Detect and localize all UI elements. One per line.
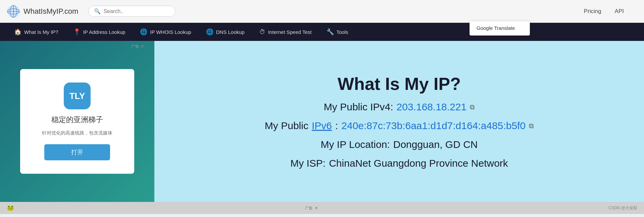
dns-globe-icon: 🌐 — [206, 28, 213, 36]
home-icon: 🏠 — [14, 28, 21, 36]
nav-ip-address-lookup[interactable]: 📍 IP Address Lookup — [66, 23, 133, 41]
ad-panel: 广告 ✕ TLY 稳定的亚洲梯子 针对优化的高速线路，包含流媒体 打开 — [0, 41, 154, 202]
isp-label: My ISP: — [290, 158, 326, 169]
ip-panel-title: What Is My IP? — [338, 74, 461, 94]
ipv4-row: My Public IPv4: 203.168.18.221 ⧉ — [324, 101, 475, 113]
nav-ip-whois-lookup-label: IP WHOIS Lookup — [150, 29, 191, 35]
ipv6-link-label[interactable]: IPv6 — [312, 120, 332, 131]
ipv6-value[interactable]: 240e:87c:73b:6aa1:d1d7:d164:a485:b5f0 — [341, 120, 526, 131]
ad-open-button[interactable]: 打开 — [44, 144, 110, 160]
main-content: 广告 ✕ TLY 稳定的亚洲梯子 针对优化的高速线路，包含流媒体 打开 What… — [0, 41, 644, 202]
tly-logo-text: TLY — [69, 91, 85, 101]
ad-badge-text: 广告 — [132, 44, 139, 49]
ipv6-row: My Public IPv6 : 240e:87c:73b:6aa1:d1d7:… — [265, 120, 534, 131]
isp-value: ChinaNet Guangdong Province Network — [329, 158, 508, 169]
secondary-nav: 🏠 What Is My IP? 📍 IP Address Lookup 🌐 I… — [0, 23, 644, 41]
ad-title: 稳定的亚洲梯子 — [51, 115, 103, 125]
ipv6-copy-icon[interactable]: ⧉ — [529, 122, 534, 130]
nav-ip-address-lookup-label: IP Address Lookup — [83, 29, 126, 35]
nav-tools[interactable]: 🔧 Tools — [319, 23, 356, 41]
tly-logo: TLY — [64, 83, 91, 109]
nav-dns-lookup-label: DNS Lookup — [216, 29, 245, 35]
ipv4-copy-icon[interactable]: ⧉ — [470, 103, 475, 111]
ad-badge: 广告 ✕ — [132, 44, 144, 49]
ipv6-label: My Public — [265, 120, 308, 131]
tools-icon: 🔧 — [327, 28, 334, 36]
bottom-frog-icon: 🐸 — [7, 204, 14, 212]
search-input[interactable] — [103, 8, 170, 14]
speedometer-icon: ⏱ — [259, 29, 265, 36]
isp-row: My ISP: ChinaNet Guangdong Province Netw… — [290, 158, 508, 169]
logo-area[interactable]: WhatIsMyIP.com — [7, 5, 78, 18]
bottom-ad-badge: 广告 ✕ — [305, 206, 318, 211]
ad-card: TLY 稳定的亚洲梯子 针对优化的高速线路，包含流媒体 打开 — [20, 69, 134, 174]
nav-what-is-my-ip-label: What Is My IP? — [24, 29, 58, 35]
ipv4-value[interactable]: 203.168.18.221 — [397, 101, 467, 113]
nav-tools-label: Tools — [337, 29, 348, 35]
nav-api[interactable]: API — [615, 8, 624, 15]
translate-label[interactable]: Google Translate — [477, 25, 515, 31]
nav-pricing[interactable]: Pricing — [584, 8, 601, 15]
ad-subtitle: 针对优化的高速线路，包含流媒体 — [42, 130, 112, 136]
nav-ip-whois-lookup[interactable]: 🌐 IP WHOIS Lookup — [133, 23, 198, 41]
location-label: My IP Location: — [320, 139, 390, 150]
search-icon: 🔍 — [94, 8, 101, 14]
nav-speed-test-label: Internet Speed Test — [268, 29, 312, 35]
nav-what-is-my-ip[interactable]: 🏠 What Is My IP? — [7, 23, 66, 41]
nav-links: Pricing API — [584, 8, 637, 15]
nav-speed-test[interactable]: ⏱ Internet Speed Test — [252, 23, 319, 41]
ad-close-button[interactable]: ✕ — [140, 44, 144, 49]
ipv6-colon: : — [335, 120, 338, 131]
location-pin-icon: 📍 — [73, 28, 81, 36]
translate-dropdown: Google Translate — [469, 21, 530, 36]
location-value: Dongguan, GD CN — [393, 139, 478, 150]
globe-icon: 🌐 — [140, 28, 147, 36]
location-row: My IP Location: Dongguan, GD CN — [320, 139, 478, 150]
ip-info-panel: What Is My IP? My Public IPv4: 203.168.1… — [154, 41, 644, 202]
top-nav: WhatIsMyIP.com 🔍 Pricing API Google Tran… — [0, 0, 644, 23]
bottom-ad-text: 广告 — [305, 206, 312, 210]
nav-dns-lookup[interactable]: 🌐 DNS Lookup — [199, 23, 252, 41]
logo-text: WhatIsMyIP.com — [23, 7, 78, 16]
watermark: CSDN @大保梨 — [608, 205, 637, 211]
ipv4-label: My Public IPv4: — [324, 101, 393, 113]
logo-globe-icon — [7, 5, 20, 18]
bottom-bar: 🐸 广告 ✕ CSDN @大保梨 — [0, 202, 644, 214]
search-box[interactable]: 🔍 — [88, 6, 176, 17]
bottom-ad-close[interactable]: ✕ — [315, 206, 318, 210]
